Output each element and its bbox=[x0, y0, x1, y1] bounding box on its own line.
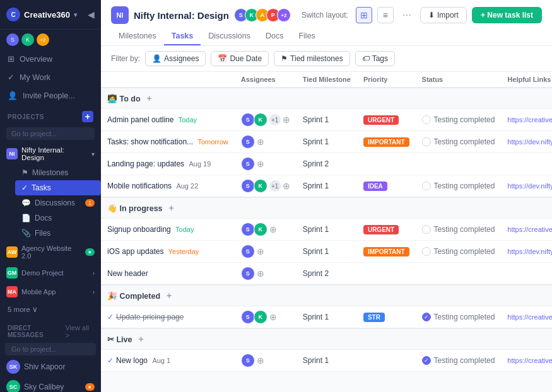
project-title: NI Nifty Internal: Design S K A P +2 bbox=[111, 6, 291, 24]
tab-tasks[interactable]: Tasks bbox=[164, 28, 201, 45]
priority-badge: IMPORTANT bbox=[363, 247, 409, 257]
dm-viewall[interactable]: View all > bbox=[65, 324, 93, 339]
task-assignees-cell: SK⊕ bbox=[235, 306, 297, 329]
add-assignee-icon[interactable]: ⊕ bbox=[283, 181, 290, 191]
dm-search[interactable]: Go to project... bbox=[5, 343, 96, 355]
sidebar-item-tasks[interactable]: ✓ Tasks bbox=[15, 180, 101, 195]
sidebar-item-milestones[interactable]: ⚑ Milestones bbox=[15, 165, 101, 180]
task-status-cell: Testing completed bbox=[416, 241, 502, 263]
top-bar: NI Nifty Internal: Design S K A P +2 Swi… bbox=[101, 0, 552, 46]
sidebar-item-mywork[interactable]: ✓ My Work bbox=[0, 68, 101, 86]
sidebar-item-invite[interactable]: 👤 Invite People... bbox=[0, 86, 101, 105]
task-link[interactable]: https://dev.nifty.com/notifs2... bbox=[507, 138, 552, 146]
sidebar-project-nifty[interactable]: NI Nifty Internal: Design ▾ bbox=[0, 142, 101, 165]
task-link[interactable]: https://creative360.nifty.pm/... bbox=[507, 116, 552, 124]
import-button[interactable]: ⬇ Import bbox=[420, 7, 467, 23]
table-row[interactable]: Admin panel outline Today SK+1⊕ Sprint 1… bbox=[101, 109, 552, 131]
tab-docs[interactable]: Docs bbox=[258, 28, 291, 45]
assignee-avatar: S bbox=[241, 179, 255, 193]
add-assignee-icon[interactable]: ⊕ bbox=[257, 159, 264, 169]
table-row[interactable]: New header S⊕ Sprint 2 bbox=[101, 263, 552, 285]
task-milestone-cell: Sprint 1 bbox=[297, 241, 357, 263]
add-project-button[interactable]: + bbox=[82, 111, 93, 122]
brand-name: Creative360 bbox=[24, 10, 70, 20]
filter-duedate[interactable]: 📅 Due Date bbox=[211, 51, 269, 66]
section-live: ✂ Live + bbox=[101, 328, 552, 350]
top-bar-header: NI Nifty Internal: Design S K A P +2 Swi… bbox=[111, 6, 542, 24]
status-cell: ✓Testing completed bbox=[422, 356, 495, 365]
list-layout-button[interactable]: ≡ bbox=[377, 7, 394, 23]
task-link[interactable]: https://dev.nifty.com bbox=[507, 182, 552, 190]
user-dot-1: S bbox=[6, 33, 19, 46]
table-row[interactable]: Tasks: show notification... Tomorrow S⊕ … bbox=[101, 131, 552, 153]
sidebar-item-docs[interactable]: 📄 Docs bbox=[15, 210, 101, 226]
add-assignee-icon[interactable]: ⊕ bbox=[257, 246, 264, 257]
docs-icon: 📄 bbox=[21, 214, 31, 222]
section-add-todo[interactable]: + bbox=[147, 93, 152, 103]
add-assignee-icon[interactable]: ⊕ bbox=[257, 137, 264, 147]
filter-tags[interactable]: 🏷 Tags bbox=[355, 51, 395, 66]
add-assignee-icon[interactable]: ⊕ bbox=[269, 224, 277, 234]
milestones-label: Milestones bbox=[32, 168, 68, 177]
table-header: Assignees Tied Milestone Priority Status… bbox=[101, 72, 552, 88]
table-row[interactable]: Signup onboarding Today SK⊕ Sprint 1 URG… bbox=[101, 219, 552, 241]
tab-files[interactable]: Files bbox=[291, 28, 322, 45]
discussions-badge: 1 bbox=[85, 199, 95, 207]
tab-milestones[interactable]: Milestones bbox=[111, 28, 164, 45]
task-link[interactable]: https://creative360.nifty.pm/... bbox=[507, 357, 552, 364]
section-add-inprogress[interactable]: + bbox=[169, 203, 174, 213]
filter-assignees[interactable]: 👤 Assignees bbox=[145, 51, 206, 66]
section-add-completed[interactable]: + bbox=[167, 291, 172, 301]
more-projects[interactable]: 5 more ∨ bbox=[0, 301, 101, 318]
sky-badge: ● bbox=[85, 383, 95, 391]
sidebar-project-agency[interactable]: AW Agency Website 2.0 ● bbox=[0, 241, 101, 263]
duedate-icon: 📅 bbox=[218, 54, 227, 63]
project-search[interactable]: Go to project... bbox=[6, 127, 95, 140]
brand-chevron: ▾ bbox=[74, 11, 77, 18]
table-row[interactable]: ✓Update pricing page SK⊕ Sprint 1 STR ✓T… bbox=[101, 306, 552, 329]
collapse-button[interactable]: ◀ bbox=[88, 9, 95, 20]
nav-tabs: Milestones Tasks Discussions Docs Files bbox=[111, 28, 542, 45]
dm-sky[interactable]: SC Sky Calibey ● bbox=[0, 377, 101, 392]
main-content: NI Nifty Internal: Design S K A P +2 Swi… bbox=[101, 0, 552, 392]
task-name: Mobile notifications bbox=[107, 182, 172, 190]
table-row[interactable]: ✓New logo Aug 1 S⊕ Sprint 1 ✓Testing com… bbox=[101, 350, 552, 372]
dm-shiv[interactable]: SK Shiv Kapoor bbox=[0, 357, 101, 377]
assignee-cell: S⊕ bbox=[241, 135, 290, 149]
sidebar-item-files[interactable]: 📎 Files bbox=[15, 226, 101, 241]
more-layout-button[interactable]: ⋯ bbox=[399, 7, 415, 23]
mobile-project-icon: MA bbox=[6, 286, 18, 297]
table-row[interactable]: Landing page: updates Aug 19 S⊕ Sprint 2 bbox=[101, 153, 552, 175]
sidebar-item-discussions[interactable]: 💬 Discussions 1 bbox=[15, 195, 101, 210]
task-link[interactable]: https://dev.nifty.com/notifs2... bbox=[507, 248, 552, 255]
col-assignees: Assignees bbox=[235, 72, 297, 88]
sidebar-project-demo[interactable]: GM Demo Project › bbox=[0, 263, 101, 282]
priority-badge: IMPORTANT bbox=[363, 137, 409, 147]
table-row[interactable]: Mobile notifications Aug 22 SK+1⊕ Sprint… bbox=[101, 175, 552, 198]
tab-discussions[interactable]: Discussions bbox=[201, 28, 258, 45]
add-assignee-icon[interactable]: ⊕ bbox=[257, 268, 264, 279]
demo-project-label: Demo Project bbox=[21, 269, 64, 277]
tags-icon: 🏷 bbox=[362, 54, 370, 63]
add-assignee-icon[interactable]: ⊕ bbox=[269, 312, 277, 322]
grid-layout-button[interactable]: ⊞ bbox=[356, 7, 372, 23]
table-row[interactable]: iOS app updates Yesterday S⊕ Sprint 1 IM… bbox=[101, 241, 552, 263]
new-task-button[interactable]: + New task list bbox=[472, 7, 542, 23]
priority-badge: IDEA bbox=[363, 182, 387, 191]
section-add-live[interactable]: + bbox=[139, 334, 144, 344]
task-link[interactable]: https://creative360.nifty.pm/... bbox=[507, 313, 552, 321]
sidebar-project-mobile[interactable]: MA Mobile App › bbox=[0, 282, 101, 301]
filter-milestones[interactable]: ⚑ Tied milestones bbox=[274, 51, 350, 66]
task-name-cell: Admin panel outline Today bbox=[101, 109, 235, 131]
task-link[interactable]: https://creative360.nifty.pm/... bbox=[507, 226, 552, 233]
add-assignee-icon[interactable]: ⊕ bbox=[283, 115, 290, 125]
task-assignees-cell: S⊕ bbox=[235, 263, 297, 285]
task-milestone-cell: Sprint 1 bbox=[297, 219, 357, 241]
assignee-cell: S⊕ bbox=[241, 245, 290, 258]
sidebar-item-overview[interactable]: ⊞ Overview bbox=[0, 50, 101, 68]
task-name: Admin panel outline bbox=[107, 115, 173, 124]
task-date: Aug 19 bbox=[189, 160, 211, 168]
task-name: Tasks: show notification... bbox=[107, 137, 193, 146]
add-assignee-icon[interactable]: ⊕ bbox=[257, 355, 264, 366]
task-date: Aug 1 bbox=[152, 357, 170, 364]
